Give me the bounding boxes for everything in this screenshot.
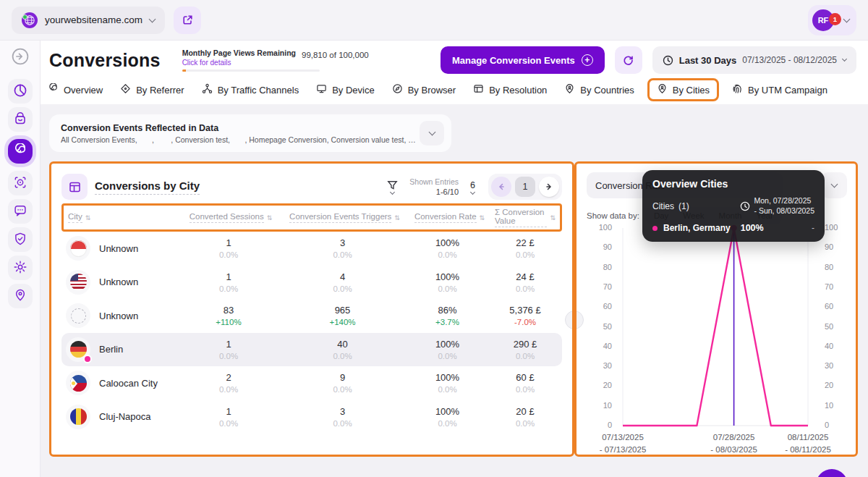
date-range-value: 07/13/2025 - 08/12/2025	[742, 55, 837, 65]
sidebar-item-privacy-shield[interactable]	[8, 227, 33, 252]
y-axis-tick-left: 30	[579, 361, 612, 370]
utm-icon	[732, 83, 743, 96]
column-header-conversion-rate[interactable]: Conversion Rate⇅	[404, 212, 495, 223]
sidebar-item-panel-toggle[interactable]	[8, 45, 33, 69]
refresh-icon	[622, 54, 634, 67]
x-axis-tick: 07/13/2025- 07/13/2025	[583, 431, 663, 455]
y-axis-tick-right: 50	[825, 322, 858, 331]
chart-tooltip: Overview Cities Cities(1) Mon, 07/28/202…	[642, 170, 825, 242]
funnel-icon	[387, 180, 398, 190]
website-selector[interactable]: yourwebsitename.com	[12, 7, 165, 34]
sidebar-item-pie-chart[interactable]	[8, 79, 33, 104]
table-row-cluj-napoca[interactable]: Cluj-Napoca 10.0% 30.0% 100%0.0% 20 £0.0…	[61, 400, 562, 434]
tab-label: By UTM Campaign	[748, 85, 827, 96]
city-cell: Berlin	[66, 337, 174, 362]
table-row-unknown[interactable]: Unknown 10.0% 40.0% 100%0.0% 24 £0.0%	[61, 266, 562, 300]
city-cell: Unknown	[66, 270, 174, 295]
flag-usa-icon	[66, 270, 90, 295]
value-cell: 10.0%	[174, 271, 283, 293]
column-header-converted-sessions[interactable]: Converted Sessions⇅	[176, 212, 285, 223]
tab-overview[interactable]: Overview	[48, 80, 103, 100]
y-axis-tick-left: 0	[579, 421, 612, 429]
user-menu[interactable]: RF 1	[808, 5, 856, 35]
value-cell: 22 £0.0%	[493, 237, 558, 259]
city-cell: Unknown	[66, 236, 174, 261]
bag-icon	[13, 111, 27, 128]
flag-philippines-icon	[66, 371, 90, 395]
sidebar-item-feedback-chat[interactable]	[8, 199, 33, 224]
chart-card-expand-button[interactable]	[821, 172, 847, 198]
events-panel-expand-button[interactable]	[420, 121, 444, 145]
value-cell: 100%0.0%	[402, 237, 493, 259]
table-row-unknown[interactable]: Unknown 83+110% 965+140% 86%+3.7% 5,376 …	[61, 299, 562, 333]
tab-by-browser[interactable]: By Browser	[392, 80, 456, 100]
previous-page-button[interactable]	[491, 177, 511, 197]
sidebar-item-conversions-spiral[interactable]	[8, 139, 33, 164]
value-cell: 20 £0.0%	[493, 406, 558, 428]
browser-icon	[392, 83, 403, 96]
y-axis-tick-left: 10	[579, 401, 612, 410]
value-cell: 5,376 £-7.0%	[493, 305, 558, 326]
flag-germany-icon	[66, 337, 90, 362]
x-axis-tick: 08/11/2025- 08/11/2025	[768, 431, 848, 455]
quota-label: Monthly Page Views Remaining	[182, 48, 296, 57]
sort-icon: ⇅	[550, 214, 556, 221]
tooltip-group: Cities(1)	[652, 201, 689, 211]
y-axis-tick-right: 100	[825, 223, 858, 232]
page-title: Conversions	[49, 50, 161, 71]
value-cell: 86%+3.7%	[402, 305, 493, 326]
value-cell: 100%0.0%	[402, 271, 493, 293]
y-axis-tick-right: 30	[825, 361, 858, 370]
tooltip-series-change: -	[812, 223, 814, 233]
column-header--conversion-value[interactable]: Σ Conversion Value⇅	[495, 208, 556, 227]
value-cell: 100%0.0%	[402, 339, 493, 360]
table-row-unknown[interactable]: Unknown 10.0% 30.0% 100%0.0% 22 £0.0%	[61, 232, 562, 266]
show-data-by-label: Show data by:	[587, 211, 639, 220]
y-axis-tick-left: 100	[579, 223, 612, 232]
sidebar-item-bag[interactable]	[8, 107, 33, 132]
y-axis-tick-right: 40	[825, 342, 858, 350]
y-axis-tick-right: 10	[825, 401, 858, 410]
value-cell: 83+110%	[174, 305, 283, 326]
date-range-picker[interactable]: Last 30 Days 07/13/2025 - 08/12/2025	[652, 46, 856, 74]
table-row-berlin[interactable]: Berlin 10.0% 400.0% 100%0.0% 290 £0.0%	[61, 333, 562, 367]
value-cell: 965+140%	[283, 305, 402, 326]
conversions-by-city-card: Conversions by City Shown Entries 1-6/10…	[49, 161, 574, 457]
tab-label: By Referrer	[136, 85, 184, 96]
city-name: Unknown	[99, 243, 138, 254]
table-row-caloocan-city[interactable]: Caloocan City 20.0% 90.0% 100%0.0% 60 £0…	[61, 366, 562, 400]
table-filter-button[interactable]	[387, 180, 398, 194]
resolution-icon	[473, 83, 484, 96]
y-axis-tick-left: 40	[579, 342, 612, 350]
series-color-dot	[652, 226, 658, 231]
tab-by-utm-campaign[interactable]: By UTM Campaign	[732, 80, 827, 100]
arrow-right-icon	[545, 182, 553, 191]
page-size-selector[interactable]: 6	[470, 180, 475, 194]
open-website-button[interactable]	[174, 7, 201, 34]
current-page[interactable]: 1	[515, 177, 535, 197]
column-header-conversion-events-triggers[interactable]: Conversion Events Triggers⇅	[285, 212, 404, 223]
table-header-row: City⇅Converted Sessions⇅Conversion Event…	[68, 208, 556, 227]
tab-by-countries[interactable]: By Countries	[564, 80, 634, 100]
website-globe-icon	[22, 12, 38, 28]
next-page-button[interactable]	[539, 177, 559, 197]
conversion-events-panel: Conversion Events Reflected in Data All …	[49, 114, 451, 152]
tab-by-device[interactable]: By Device	[316, 80, 375, 100]
city-name: Berlin	[99, 344, 123, 355]
tab-by-resolution[interactable]: By Resolution	[473, 80, 547, 100]
tab-by-cities[interactable]: By Cities	[647, 78, 719, 101]
chevron-down-icon	[830, 181, 838, 188]
quota-value: 99,810 of 100,000	[302, 51, 369, 59]
quota-details-link[interactable]: Click for details	[182, 59, 296, 67]
tab-by-traffic-channels[interactable]: By Traffic Channels	[202, 80, 299, 100]
sidebar-item-location-pin[interactable]	[8, 284, 33, 308]
y-axis-tick-right: 90	[825, 242, 858, 251]
city-cell: Cluj-Napoca	[66, 405, 174, 429]
sidebar-item-session-target[interactable]	[8, 171, 33, 195]
refresh-button[interactable]	[615, 46, 642, 74]
column-header-city[interactable]: City⇅	[68, 212, 176, 223]
sidebar-item-settings-gear[interactable]	[8, 256, 33, 280]
manage-conversion-events-button[interactable]: Manage Conversion Events +	[441, 46, 605, 74]
sort-icon: ⇅	[394, 214, 400, 221]
tab-by-referrer[interactable]: By Referrer	[120, 80, 184, 100]
